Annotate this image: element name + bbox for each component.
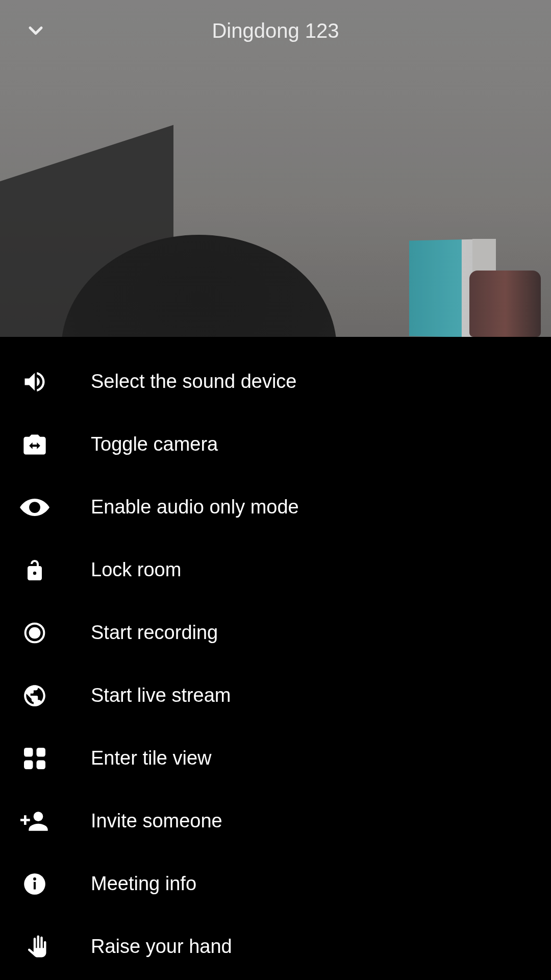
header-bar: Dingdong 123 [0,0,551,61]
svg-point-8 [34,812,43,821]
svg-rect-6 [24,760,33,769]
menu-item-label: Invite someone [91,810,222,832]
menu-item-raise-hand[interactable]: Raise your hand [0,915,551,978]
chevron-down-icon [24,19,47,42]
svg-rect-7 [37,760,46,769]
menu-item-invite[interactable]: Invite someone [0,790,551,852]
hand-icon [19,932,50,962]
menu-item-select-sound-device[interactable]: Select the sound device [0,350,551,413]
svg-point-11 [33,877,36,880]
meeting-title: Dingdong 123 [212,19,339,42]
menu-item-toggle-camera[interactable]: Toggle camera [0,413,551,476]
menu-item-label: Meeting info [91,873,196,895]
menu-item-label: Start live stream [91,684,231,706]
menu-item-label: Toggle camera [91,433,218,455]
menu-item-meeting-info[interactable]: Meeting info [0,852,551,915]
menu-item-label: Raise your hand [91,936,232,958]
menu-item-label: Enable audio only mode [91,496,299,518]
more-options-menu: Select the sound device Toggle camera En… [0,337,551,980]
unlock-icon [19,555,50,585]
svg-rect-10 [34,881,36,889]
menu-item-start-live-stream[interactable]: Start live stream [0,664,551,727]
eye-icon [19,492,50,523]
globe-icon [19,680,50,711]
info-icon [19,869,50,899]
tile-view-icon [19,743,50,774]
menu-item-label: Lock room [91,559,181,581]
svg-rect-5 [37,748,46,757]
svg-point-3 [29,627,41,639]
volume-icon [19,366,50,397]
video-preview: Dingdong 123 [0,0,551,337]
menu-item-lock-room[interactable]: Lock room [0,538,551,601]
record-icon [19,618,50,648]
camera-switch-icon [19,429,50,460]
svg-point-0 [32,504,38,510]
menu-item-tile-view[interactable]: Enter tile view [0,727,551,790]
svg-point-1 [33,571,36,574]
menu-item-start-recording[interactable]: Start recording [0,601,551,664]
person-add-icon [19,806,50,837]
menu-item-label: Select the sound device [91,371,297,393]
svg-rect-4 [24,748,33,757]
collapse-button[interactable] [24,19,47,42]
menu-item-label: Start recording [91,622,218,644]
menu-item-label: Enter tile view [91,747,212,769]
menu-item-audio-only[interactable]: Enable audio only mode [0,476,551,538]
